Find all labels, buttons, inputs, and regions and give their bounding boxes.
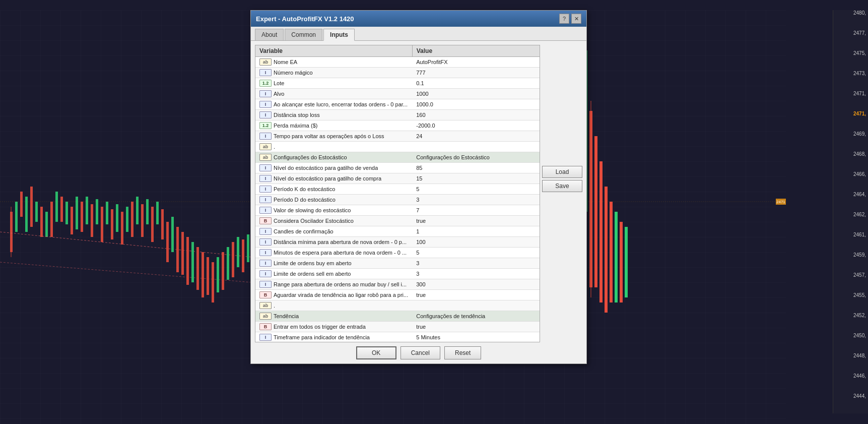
value-cell[interactable]: 85 xyxy=(412,163,540,173)
reset-button[interactable]: Reset xyxy=(444,346,481,359)
svg-rect-31 xyxy=(141,204,144,237)
table-row[interactable]: IMinutos de espera para abertura de nova… xyxy=(255,248,540,258)
table-row[interactable]: BConsidera Oscilador Estocásticotrue xyxy=(255,216,540,226)
table-row[interactable]: IAlvo1000 xyxy=(255,89,540,99)
table-row[interactable]: IPeríodo D do estocástico3 xyxy=(255,195,540,205)
table-row[interactable]: INúmero mágico777 xyxy=(255,68,540,78)
value-cell[interactable]: 3 xyxy=(412,258,540,269)
svg-rect-7 xyxy=(30,187,33,227)
tab-common[interactable]: Common xyxy=(285,29,322,40)
table-row[interactable]: abConfigurações do EstocásticoConfiguraç… xyxy=(255,152,540,163)
variable-label: Ao alcançar este lucro, encerrar todas o… xyxy=(274,101,408,107)
type-badge: I xyxy=(259,196,272,203)
variable-label: Distância mínima para abertura de nova o… xyxy=(274,239,407,245)
ok-button[interactable]: OK xyxy=(356,346,396,359)
type-badge: I xyxy=(259,69,272,76)
table-row[interactable]: abNome EAAutoProfitFX xyxy=(255,57,540,68)
table-row[interactable]: ab. xyxy=(255,142,540,152)
value-cell[interactable]: 15 xyxy=(412,173,540,184)
table-row[interactable]: ab. xyxy=(255,300,540,311)
table-row[interactable]: ILimite de ordens sell em aberto3 xyxy=(255,269,540,279)
load-button[interactable]: Load xyxy=(542,166,582,178)
tab-about[interactable]: About xyxy=(255,29,284,40)
type-badge: 1.2 xyxy=(259,80,272,87)
svg-rect-65 xyxy=(615,212,618,302)
value-cell[interactable]: true xyxy=(412,290,540,300)
value-cell[interactable]: true xyxy=(412,216,540,226)
table-row[interactable]: abTendênciaConfigurações de tendência xyxy=(255,311,540,322)
value-cell[interactable]: 5 xyxy=(412,248,540,258)
svg-text:2471: 2471 xyxy=(776,200,785,204)
table-row[interactable]: IDistância mínima para abertura de nova … xyxy=(255,237,540,248)
svg-rect-11 xyxy=(50,202,53,237)
value-cell[interactable]: Configurações do Estocástico xyxy=(412,152,540,163)
table-row[interactable]: BEntrar em todos os trigger de entradatr… xyxy=(255,322,540,332)
value-cell[interactable]: 1000 xyxy=(412,89,540,99)
svg-rect-48 xyxy=(227,247,229,280)
variable-label: Período K do estocástico xyxy=(274,186,335,192)
type-badge: ab xyxy=(259,302,272,309)
tab-inputs[interactable]: Inputs xyxy=(323,29,355,41)
value-cell[interactable]: 100 xyxy=(412,237,540,248)
help-button[interactable]: ? xyxy=(559,14,569,24)
svg-rect-63 xyxy=(605,187,608,313)
expert-dialog: Expert - AutoProfitFX V1.2 1420 ? ✕ Abou… xyxy=(250,10,587,364)
value-cell[interactable]: 3 xyxy=(412,195,540,205)
price-label-19: 2444, xyxy=(853,393,866,399)
value-cell[interactable]: 5 xyxy=(412,184,540,195)
price-label-1: 2480, xyxy=(853,10,866,16)
value-cell[interactable]: 1000.0 xyxy=(412,99,540,110)
table-row[interactable]: IAo alcançar este lucro, encerrar todas … xyxy=(255,99,540,110)
table-row[interactable]: 1.2Lote0.1 xyxy=(255,78,540,89)
table-row[interactable]: INível do estocástico para gatilho de co… xyxy=(255,173,540,184)
table-row[interactable]: BAguardar virada de tendência ao ligar r… xyxy=(255,290,540,300)
close-button[interactable]: ✕ xyxy=(571,14,581,24)
svg-rect-15 xyxy=(71,207,73,234)
table-row[interactable]: INível do estocástico para gatilho de ve… xyxy=(255,163,540,173)
table-row[interactable]: ITempo para voltar as operações após o L… xyxy=(255,131,540,142)
value-cell[interactable]: 300 xyxy=(412,279,540,290)
variable-label: Período D do estocástico xyxy=(274,197,336,203)
table-row[interactable]: ICandles de confirmação1 xyxy=(255,226,540,237)
table-row[interactable]: IDistância stop loss160 xyxy=(255,110,540,120)
value-cell[interactable]: 1 xyxy=(412,226,540,237)
variable-label: Considera Oscilador Estocástico xyxy=(274,218,354,224)
value-cell[interactable]: true xyxy=(412,322,540,332)
params-table-container[interactable]: Variable Value abNome EAAutoProfitFXINúm… xyxy=(255,45,540,342)
svg-rect-42 xyxy=(196,247,199,290)
svg-rect-50 xyxy=(237,237,239,267)
table-row[interactable]: IPeríodo K do estocástico5 xyxy=(255,184,540,195)
table-row[interactable]: IValor de slowing do estocástico7 xyxy=(255,205,540,216)
value-cell[interactable]: 24 xyxy=(412,131,540,142)
table-row[interactable]: ILimite de ordens buy em aberto3 xyxy=(255,258,540,269)
variable-label: Nome EA xyxy=(274,59,297,65)
value-cell[interactable]: 777 xyxy=(412,68,540,78)
svg-rect-6 xyxy=(25,197,28,232)
svg-rect-47 xyxy=(222,252,224,290)
value-cell[interactable]: 5 Minutes xyxy=(412,332,540,343)
table-row[interactable]: 1.2Perda máxima ($)-2000.0 xyxy=(255,120,540,131)
value-cell[interactable]: 7 xyxy=(412,205,540,216)
value-cell[interactable]: 160 xyxy=(412,110,540,120)
type-badge: ab xyxy=(259,154,272,161)
value-cell[interactable]: AutoProfitFX xyxy=(412,57,540,68)
type-badge: I xyxy=(259,175,272,182)
table-row[interactable]: IRange para abertura de ordens ao mudar … xyxy=(255,279,540,290)
svg-rect-30 xyxy=(136,197,139,224)
value-cell[interactable]: Configurações de tendência xyxy=(412,311,540,322)
type-badge: B xyxy=(259,217,272,224)
value-cell[interactable]: 0.1 xyxy=(412,78,540,89)
price-label-18: 2446, xyxy=(853,373,866,379)
value-cell[interactable]: -2000.0 xyxy=(412,120,540,131)
type-badge: I xyxy=(259,270,272,277)
type-badge: I xyxy=(259,228,272,235)
price-label-12: 2459, xyxy=(853,252,866,258)
table-row[interactable]: ITimeframe para indicador de tendência5 … xyxy=(255,332,540,343)
value-cell[interactable]: 3 xyxy=(412,269,540,279)
save-button[interactable]: Save xyxy=(542,180,582,192)
cancel-button[interactable]: Cancel xyxy=(400,346,440,359)
type-badge: B xyxy=(259,323,272,330)
svg-rect-46 xyxy=(217,257,219,292)
price-label-9: 2464, xyxy=(853,192,866,197)
price-axis: 2480, 2477, 2475, 2473, 2471, 2471, 2469… xyxy=(833,10,868,413)
